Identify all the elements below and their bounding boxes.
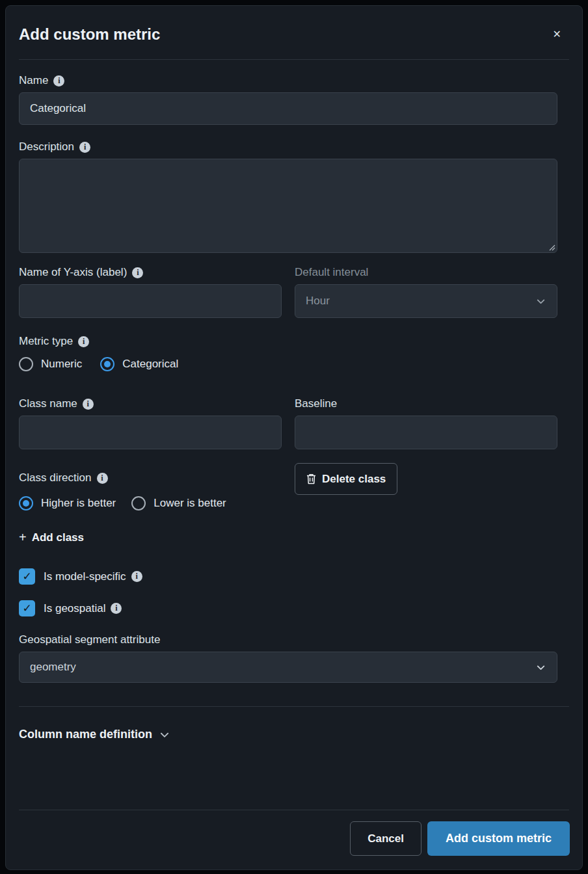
- close-icon[interactable]: ✕: [550, 27, 564, 42]
- name-input[interactable]: [19, 92, 557, 125]
- radio-lower-label: Lower is better: [154, 497, 226, 510]
- info-icon[interactable]: i: [83, 399, 94, 410]
- class-name-input[interactable]: [19, 416, 282, 449]
- class-name-label-text: Class name: [19, 397, 77, 410]
- radio-numeric-label: Numeric: [41, 358, 82, 371]
- description-label: Description i: [19, 140, 557, 153]
- chevron-down-icon: [535, 296, 546, 307]
- class-direction-label-text: Class direction: [19, 471, 92, 484]
- radio-unchecked-icon: [19, 357, 33, 371]
- geospatial-attribute-select[interactable]: geometry: [19, 652, 557, 683]
- info-icon[interactable]: i: [131, 571, 142, 582]
- delete-class-label: Delete class: [322, 473, 386, 486]
- radio-higher-label: Higher is better: [41, 497, 116, 510]
- chevron-down-icon: [535, 662, 546, 673]
- geospatial-attribute-label: Geospatial segment attribute: [19, 633, 557, 646]
- add-custom-metric-button[interactable]: Add custom metric: [427, 821, 570, 856]
- add-class-button[interactable]: + Add class: [19, 530, 84, 545]
- name-label-text: Name: [19, 74, 48, 87]
- is-model-specific-checkbox[interactable]: ✓ Is model-specific i: [19, 568, 557, 585]
- radio-categorical-label: Categorical: [122, 358, 178, 371]
- default-interval-value: Hour: [306, 295, 330, 308]
- info-icon[interactable]: i: [132, 267, 143, 278]
- checkbox-checked-icon: ✓: [19, 568, 35, 585]
- radio-checked-icon: [100, 357, 114, 371]
- class-direction-radio-group: Higher is better Lower is better: [19, 496, 282, 510]
- info-icon[interactable]: i: [53, 75, 64, 86]
- description-label-text: Description: [19, 140, 74, 153]
- metric-type-label-text: Metric type: [19, 335, 73, 348]
- is-geospatial-label: Is geospatial: [44, 602, 105, 615]
- resize-grip-icon[interactable]: [548, 243, 555, 251]
- section-divider: [19, 706, 569, 707]
- is-model-specific-label: Is model-specific: [44, 570, 126, 583]
- baseline-label: Baseline: [295, 397, 557, 410]
- metric-type-radio-group: Numeric Categorical: [19, 357, 557, 371]
- y-axis-input[interactable]: [19, 284, 282, 318]
- radio-unchecked-icon: [131, 496, 146, 510]
- name-label: Name i: [19, 74, 557, 87]
- radio-categorical[interactable]: Categorical: [100, 357, 178, 371]
- info-icon[interactable]: i: [79, 142, 90, 153]
- default-interval-select[interactable]: Hour: [295, 284, 557, 318]
- dialog-footer: Cancel Add custom metric: [6, 810, 582, 869]
- plus-icon: +: [19, 530, 27, 545]
- info-icon[interactable]: i: [111, 603, 122, 614]
- y-axis-label-text: Name of Y-axis (label): [19, 266, 127, 279]
- dialog-body: Name i Description i Name of Y-axis (lab…: [6, 60, 582, 810]
- class-name-label: Class name i: [19, 397, 282, 410]
- geospatial-attribute-value: geometry: [30, 661, 76, 674]
- cancel-button[interactable]: Cancel: [350, 821, 421, 856]
- info-icon[interactable]: i: [78, 336, 89, 347]
- dialog-header: Add custom metric ✕: [6, 6, 582, 59]
- radio-numeric[interactable]: Numeric: [19, 357, 82, 371]
- class-direction-label: Class direction i: [19, 471, 282, 484]
- info-icon[interactable]: i: [97, 473, 108, 484]
- chevron-down-icon: [159, 729, 170, 741]
- column-name-definition-toggle[interactable]: Column name definition: [19, 728, 569, 741]
- metric-type-label: Metric type i: [19, 335, 557, 348]
- radio-checked-icon: [19, 496, 33, 510]
- add-custom-metric-dialog: Add custom metric ✕ Name i Description i: [5, 5, 583, 870]
- default-interval-label-text: Default interval: [295, 266, 368, 279]
- default-interval-label: Default interval: [295, 266, 557, 279]
- delete-class-button[interactable]: Delete class: [295, 463, 397, 495]
- trash-icon: [306, 473, 316, 484]
- description-textarea[interactable]: [19, 159, 557, 253]
- geospatial-attribute-label-text: Geospatial segment attribute: [19, 633, 160, 646]
- radio-higher-is-better[interactable]: Higher is better: [19, 496, 116, 510]
- checkbox-checked-icon: ✓: [19, 600, 35, 616]
- add-class-label: Add class: [32, 531, 84, 544]
- radio-lower-is-better[interactable]: Lower is better: [131, 496, 226, 510]
- is-geospatial-checkbox[interactable]: ✓ Is geospatial i: [19, 600, 557, 616]
- baseline-input[interactable]: [295, 416, 557, 449]
- y-axis-label: Name of Y-axis (label) i: [19, 266, 282, 279]
- dialog-title: Add custom metric: [19, 25, 160, 44]
- column-name-definition-title: Column name definition: [19, 728, 152, 741]
- baseline-label-text: Baseline: [295, 397, 337, 410]
